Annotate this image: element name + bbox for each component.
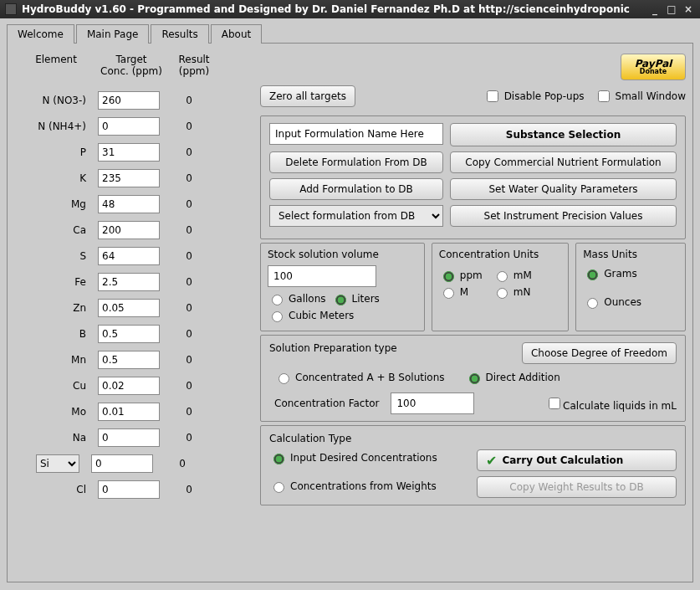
- close-button[interactable]: ×: [682, 3, 695, 15]
- element-label: N (NO3-): [14, 95, 98, 106]
- element-label: Zn: [14, 302, 98, 314]
- target-input[interactable]: [98, 195, 160, 213]
- target-input[interactable]: [98, 117, 160, 136]
- substance-selection-button[interactable]: Substance Selection: [450, 123, 677, 146]
- element-row: Mn0: [14, 346, 248, 372]
- result-value: 0: [160, 250, 218, 262]
- result-value: 0: [160, 354, 218, 366]
- mM-radio[interactable]: mM: [493, 269, 541, 282]
- degree-of-freedom-button[interactable]: Choose Degree of Freedom: [522, 342, 677, 364]
- hdr-element: Element: [14, 54, 98, 65]
- conc-factor-label: Concentration Factor: [274, 398, 379, 409]
- select-formulation-dropdown[interactable]: Select formulation from DB: [269, 205, 443, 227]
- target-input[interactable]: [98, 169, 160, 187]
- ounces-radio[interactable]: Ounces: [583, 295, 673, 309]
- element-label: N (NH4+): [14, 121, 98, 132]
- tab-results[interactable]: Results: [151, 24, 208, 44]
- zero-targets-button[interactable]: Zero all targets: [260, 85, 355, 107]
- hdr-result1: Result: [165, 54, 223, 65]
- result-value: 0: [160, 380, 218, 392]
- grams-radio[interactable]: Grams: [583, 267, 673, 280]
- minimize-button[interactable]: _: [648, 3, 662, 15]
- copy-commercial-button[interactable]: Copy Commercial Nutrient Formulation: [450, 151, 677, 173]
- element-row: N (NO3-)0: [14, 87, 248, 113]
- stock-volume-input[interactable]: [268, 265, 376, 287]
- conc-units-group: Concentration Units ppm mM M mN: [432, 243, 569, 331]
- element-label: Na: [14, 432, 98, 444]
- target-input[interactable]: [98, 351, 160, 369]
- target-input[interactable]: [98, 325, 160, 343]
- target-input[interactable]: [98, 143, 160, 162]
- target-input[interactable]: [98, 247, 160, 265]
- liquids-ml-check[interactable]: Calculate liquids in mL: [545, 395, 677, 412]
- element-row: P0: [14, 139, 248, 165]
- result-value: 0: [160, 172, 218, 184]
- formulation-name-input[interactable]: [269, 123, 443, 145]
- result-value: 0: [160, 146, 218, 158]
- element-label: P: [14, 146, 98, 158]
- carry-out-calc-button[interactable]: ✔ Carry Out Calculation: [477, 449, 677, 471]
- element-label: Fe: [14, 276, 98, 288]
- liters-radio[interactable]: Liters: [331, 292, 380, 305]
- target-input[interactable]: [98, 377, 160, 395]
- ab-solutions-radio[interactable]: Concentrated A + B Solutions: [274, 371, 445, 384]
- hdr-target2: Conc. (ppm): [98, 65, 165, 77]
- result-value: 0: [160, 95, 218, 106]
- element-row: Fe0: [14, 269, 248, 295]
- conc-from-weights-radio[interactable]: Concentrations from Weights: [269, 480, 457, 493]
- tab-main-page[interactable]: Main Page: [76, 24, 150, 44]
- result-value: 0: [160, 121, 218, 132]
- target-input[interactable]: [98, 428, 160, 447]
- result-value: 0: [160, 276, 218, 288]
- direct-addition-radio[interactable]: Direct Addition: [465, 371, 560, 384]
- water-quality-button[interactable]: Set Water Quality Parameters: [450, 178, 677, 200]
- check-icon: ✔: [486, 453, 497, 469]
- element-row: Cu0: [14, 372, 248, 398]
- delete-formulation-button[interactable]: Delete Formulation From DB: [269, 151, 443, 173]
- cubic-meters-radio[interactable]: Cubic Meters: [268, 309, 354, 322]
- result-value: 0: [160, 224, 218, 236]
- calc-type-group: Calculation Type Input Desired Concentra…: [260, 425, 686, 505]
- element-picker[interactable]: Si: [36, 454, 79, 473]
- element-row: Mo0: [14, 398, 248, 424]
- element-row: Ca0: [14, 217, 248, 243]
- mass-units-group: Mass Units Grams Ounces: [575, 243, 686, 331]
- result-value: 0: [160, 198, 218, 210]
- window-titlebar: HydroBuddy v1.60 - Programmed and Design…: [0, 0, 700, 18]
- element-row: Na0: [14, 424, 248, 450]
- tab-welcome[interactable]: Welcome: [7, 24, 74, 44]
- disable-popups-check[interactable]: Disable Pop-ups: [483, 88, 585, 105]
- target-input[interactable]: [98, 299, 160, 317]
- gallons-radio[interactable]: Gallons: [268, 292, 326, 305]
- target-input[interactable]: [98, 480, 160, 499]
- element-row: S0: [14, 243, 248, 269]
- ppm-radio[interactable]: ppm: [439, 269, 488, 282]
- tab-about[interactable]: About: [211, 24, 262, 44]
- target-input[interactable]: [98, 273, 160, 291]
- target-input[interactable]: [91, 454, 153, 473]
- precision-values-button[interactable]: Set Instrument Precision Values: [450, 205, 677, 227]
- result-value: 0: [160, 484, 218, 495]
- element-label: S: [14, 250, 98, 262]
- element-label: B: [14, 328, 98, 340]
- target-input[interactable]: [98, 403, 160, 421]
- copy-weight-results-button: Copy Weight Results to DB: [477, 476, 677, 498]
- paypal-donate-button[interactable]: PayPal Donate: [621, 54, 686, 80]
- mN-radio[interactable]: mN: [493, 285, 541, 299]
- small-window-check[interactable]: Small Window: [595, 88, 686, 105]
- maximize-button[interactable]: □: [665, 3, 678, 15]
- conc-factor-input[interactable]: [391, 392, 474, 414]
- target-input[interactable]: [98, 91, 160, 110]
- element-label: Ca: [14, 224, 98, 236]
- result-value: 0: [160, 302, 218, 314]
- element-label: Mn: [14, 354, 98, 366]
- element-row: N (NH4+)0: [14, 113, 248, 139]
- target-input[interactable]: [98, 221, 160, 239]
- add-formulation-button[interactable]: Add Formulation to DB: [269, 178, 443, 200]
- element-label: Cl: [14, 484, 98, 495]
- input-conc-radio[interactable]: Input Desired Concentrations: [269, 451, 457, 464]
- element-row: K0: [14, 165, 248, 191]
- hdr-result2: (ppm): [165, 65, 223, 77]
- M-radio[interactable]: M: [439, 285, 488, 299]
- app-icon: [5, 3, 17, 15]
